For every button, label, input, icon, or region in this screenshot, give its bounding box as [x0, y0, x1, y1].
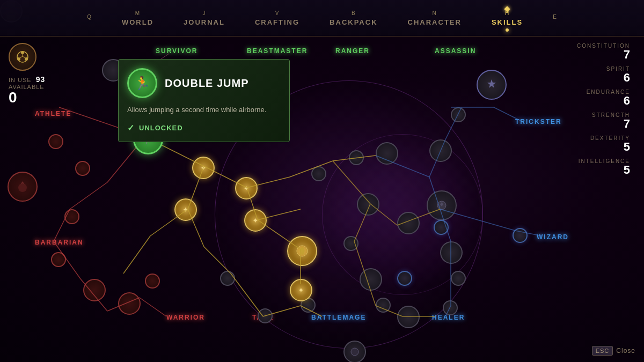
skill-node-gold-large[interactable] [287, 236, 317, 266]
skill-node-gold-3[interactable]: ✦ [244, 209, 267, 232]
svg-line-53 [20, 56, 23, 58]
available-value: 0 [9, 90, 45, 105]
strength-label: STRENGTH [577, 112, 630, 118]
skill-node-grey-11[interactable] [451, 271, 466, 286]
backpack-key-hint: B [352, 10, 356, 16]
skill-node-grey-2[interactable] [349, 150, 364, 165]
skill-node-red-7[interactable] [145, 274, 160, 289]
tooltip-header: 🏃 DOUBLE JUMP [127, 68, 281, 98]
check-icon: ✓ [127, 123, 135, 133]
skill-node-red-5[interactable] [83, 279, 106, 301]
gold-node-icon-2: ✦ [243, 184, 250, 193]
skill-node-grey-16[interactable] [258, 308, 273, 323]
skills-label: SKILLS [492, 18, 523, 26]
skill-node-gold-1[interactable]: ✦ [192, 157, 215, 179]
skill-node-grey-14[interactable] [376, 298, 391, 313]
skill-node-grey-9[interactable] [451, 107, 466, 122]
barbarian-icon [15, 179, 30, 194]
skill-node-gold-4[interactable]: ✦ [174, 198, 197, 221]
status-text: UNLOCKED [139, 124, 183, 132]
skill-node-blue-1[interactable] [434, 220, 449, 235]
constitution-value: 7 [624, 48, 630, 61]
skill-node-grey-10[interactable] [440, 241, 463, 264]
skill-node-blue-2[interactable] [397, 271, 412, 286]
skill-node-red-6[interactable] [118, 292, 141, 315]
skill-node-grey-bottom[interactable] [343, 341, 366, 362]
strength-value: 7 [624, 117, 630, 130]
nav-character[interactable]: N CHARACTER [393, 6, 477, 31]
in-use-label: IN USE [9, 77, 32, 83]
skill-node-grey-5[interactable] [343, 236, 358, 251]
right-stats-panel: CONSTITUTION 7 SPIRIT 6 ENDURANCE 6 STRE… [568, 36, 639, 188]
skill-node-grey-1[interactable] [311, 166, 326, 181]
character-key-hint: N [433, 10, 437, 16]
tooltip-description: Allows jumping a second time while airbo… [127, 105, 281, 115]
skill-node-grey-8[interactable] [429, 139, 452, 162]
skill-node-gold-5[interactable]: ✦ [290, 279, 312, 301]
gold-node-icon-1: ✦ [200, 164, 207, 172]
nav-e-key[interactable]: E [538, 10, 572, 26]
journal-key-hint: J [203, 10, 206, 16]
gold-node-icon-3: ✦ [252, 216, 259, 225]
skill-node-grey-15[interactable] [220, 271, 235, 286]
skill-node-red-3[interactable] [64, 209, 79, 224]
nav-world[interactable]: M WORLD [107, 6, 169, 31]
journal-label: JOURNAL [184, 18, 225, 26]
skill-tree-icon [14, 49, 31, 65]
constitution-stat: CONSTITUTION 7 [577, 43, 630, 61]
skill-barbarian-large[interactable] [8, 172, 38, 202]
dexterity-value: 5 [624, 140, 630, 153]
skill-node-grey-3[interactable] [376, 142, 398, 165]
endurance-label: ENDURANCE [577, 89, 630, 95]
esc-close-button[interactable]: ESC Close [592, 346, 635, 356]
nav-journal[interactable]: J JOURNAL [169, 6, 240, 31]
skill-node-grey-13[interactable] [397, 306, 420, 328]
skill-node-grey-4[interactable] [357, 193, 379, 216]
nav-backpack[interactable]: B BACKPACK [314, 6, 392, 31]
skill-node-grey-12[interactable] [443, 300, 458, 315]
svg-point-55 [18, 183, 27, 192]
top-navigation: Q M WORLD J JOURNAL V CRAFTING B BACKPAC… [0, 0, 644, 36]
class-survivor: SURVIVOR [156, 47, 197, 55]
gold-large-icon [295, 243, 310, 258]
skill-node-red-2[interactable] [75, 161, 90, 176]
skill-trickster-node[interactable] [477, 70, 507, 100]
nav-q-key[interactable]: Q [72, 10, 107, 26]
nav-crafting[interactable]: V CRAFTING [240, 6, 314, 31]
skill-node-red-4[interactable] [51, 252, 66, 267]
left-stats-panel: IN USE 93 AVAILABLE 0 [0, 36, 54, 112]
in-use-row: IN USE 93 [9, 75, 45, 84]
skill-tree-background [0, 0, 644, 362]
crafting-label: CRAFTING [255, 18, 299, 26]
spirit-stat: SPIRIT 6 [577, 66, 630, 84]
tooltip-status: ✓ UNLOCKED [127, 123, 281, 133]
strength-stat: STRENGTH 7 [577, 112, 630, 130]
intelligence-stat: INTELLIGENCE 5 [577, 158, 630, 176]
e-key-hint: E [553, 14, 557, 20]
in-use-value: 93 [36, 75, 46, 84]
skill-tooltip: 🏃 DOUBLE JUMP Allows jumping a second ti… [118, 59, 290, 142]
skill-node-red-1[interactable] [48, 134, 63, 149]
q-key-hint: Q [87, 14, 92, 20]
skill-node-grey-7[interactable] [397, 212, 420, 234]
crafting-key-hint: V [275, 10, 280, 16]
svg-point-57 [351, 348, 358, 356]
bottom-grey-icon [349, 346, 360, 357]
nav-skills[interactable]: H SKILLS [477, 6, 538, 31]
skill-node-grey-6[interactable] [360, 268, 382, 291]
character-label: CHARACTER [408, 18, 462, 26]
class-trickster: TRICKSTER [515, 118, 562, 125]
class-warrior: WARRIOR [166, 314, 205, 321]
intelligence-label: INTELLIGENCE [577, 158, 630, 164]
class-beastmaster: BEASTMASTER [247, 47, 308, 55]
class-barbarian: BARBARIAN [35, 239, 84, 246]
skill-node-gold-2[interactable]: ✦ [235, 177, 258, 200]
gold-node-icon-5: ✦ [298, 286, 304, 294]
skill-node-grey-large[interactable] [427, 190, 457, 220]
skill-node-blue-3[interactable] [513, 228, 528, 243]
class-assassin: ASSASSIN [435, 47, 476, 55]
world-key-hint: M [135, 10, 140, 16]
tooltip-title: DOUBLE JUMP [165, 77, 249, 90]
class-wizard: WIZARD [537, 233, 569, 241]
endurance-value: 6 [624, 94, 630, 107]
